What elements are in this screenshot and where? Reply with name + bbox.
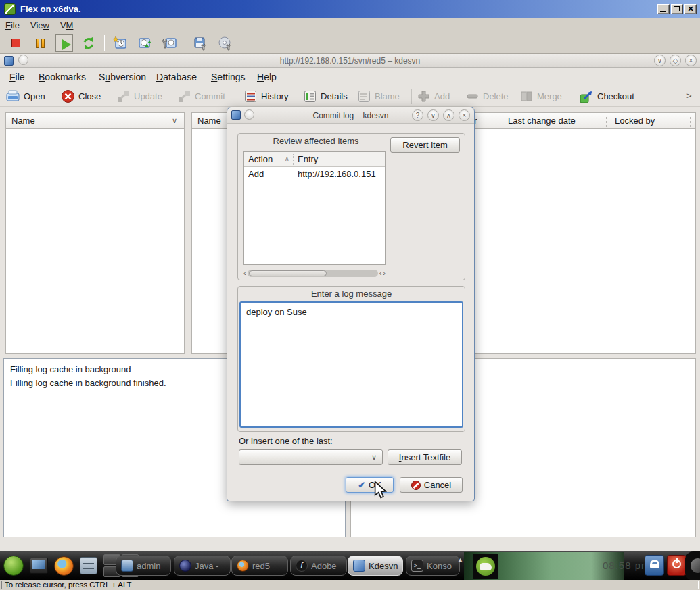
cancel-label: Cancel bbox=[424, 480, 451, 490]
delete-button[interactable]: Delete bbox=[465, 88, 509, 105]
task-admin[interactable]: admin bbox=[116, 556, 171, 576]
menu-vm[interactable]: VM bbox=[55, 19, 79, 32]
menu-file[interactable]: File bbox=[0, 19, 25, 32]
add-icon bbox=[417, 89, 431, 103]
task-adobe[interactable]: f Adobe bbox=[290, 556, 347, 576]
take-snapshot-button[interactable] bbox=[112, 34, 129, 52]
animal-widget[interactable] bbox=[473, 554, 498, 579]
maximize-icon bbox=[674, 6, 680, 11]
kdesvn-close-button[interactable]: × bbox=[685, 55, 697, 66]
window-count-badge: 2 bbox=[402, 561, 403, 570]
plasma-cashew[interactable] bbox=[685, 551, 700, 581]
checkout-button[interactable]: Checkout bbox=[579, 88, 634, 105]
power-off-icon bbox=[11, 39, 20, 47]
kdesvn-maximize-button[interactable]: ◇ bbox=[670, 55, 681, 66]
last-messages-combobox[interactable]: ∨ bbox=[239, 449, 383, 465]
menu-view[interactable]: View bbox=[25, 19, 55, 32]
menu-settings[interactable]: Settings bbox=[208, 70, 248, 84]
menu-file[interactable]: File bbox=[7, 70, 28, 84]
col-entry[interactable]: Entry bbox=[298, 154, 318, 164]
affected-table-header[interactable]: Action ∧ Entry bbox=[244, 152, 385, 167]
dialog-help-button[interactable]: ? bbox=[412, 109, 423, 121]
toolbar-separator bbox=[237, 89, 237, 104]
power-off-button[interactable] bbox=[7, 34, 24, 52]
add-button[interactable]: Add bbox=[417, 88, 450, 105]
computer-icon[interactable] bbox=[30, 558, 48, 574]
tree-panel-body[interactable] bbox=[5, 129, 185, 354]
column-divider[interactable] bbox=[498, 116, 498, 127]
green-widget-zone bbox=[464, 552, 624, 581]
column-divider[interactable] bbox=[690, 116, 691, 127]
col-action[interactable]: Action bbox=[248, 154, 273, 164]
affected-items-table[interactable]: Action ∧ Entry Add http://192.168.0.151 bbox=[243, 151, 386, 265]
column-divider[interactable] bbox=[606, 116, 607, 127]
kdesvn-minimize-button[interactable]: ∨ bbox=[654, 55, 666, 66]
table-row[interactable]: Add http://192.168.0.151 bbox=[244, 167, 385, 182]
maximize-button[interactable] bbox=[671, 4, 683, 14]
update-button[interactable]: Update bbox=[116, 88, 162, 105]
col-locked-by[interactable]: Locked by bbox=[615, 116, 655, 126]
close-button[interactable]: ✕ bbox=[684, 4, 697, 14]
task-red5[interactable]: red5 bbox=[231, 556, 288, 576]
minimize-button[interactable] bbox=[657, 4, 670, 14]
power-tray-icon[interactable] bbox=[667, 555, 686, 576]
removable-devices-button[interactable] bbox=[216, 34, 234, 52]
commit-button[interactable]: Commit bbox=[177, 88, 225, 105]
scrollbar-thumb[interactable] bbox=[249, 270, 327, 276]
dialog-minimize-button[interactable]: ∨ bbox=[427, 109, 439, 121]
log-message-textarea[interactable]: deploy on Suse bbox=[239, 301, 463, 428]
play-icon bbox=[62, 39, 71, 50]
col-last-change-date[interactable]: Last change date bbox=[508, 116, 576, 126]
close-repo-button[interactable]: Close bbox=[61, 88, 101, 105]
dialog-titlebar[interactable]: Commit log – kdesvn ? ∨ ∧ × bbox=[227, 107, 474, 124]
history-button[interactable]: History bbox=[243, 88, 288, 105]
task-java[interactable]: Java - bbox=[174, 556, 231, 576]
merge-button[interactable]: Merge bbox=[519, 88, 562, 105]
checkout-icon bbox=[579, 89, 594, 104]
file-manager-icon[interactable] bbox=[80, 557, 97, 574]
revert-item-button[interactable]: Revert item bbox=[390, 137, 460, 153]
kdesvn-titlebar[interactable]: http://192.168.0.151/svn/red5 – kdesvn ∨… bbox=[0, 54, 700, 68]
pause-button[interactable] bbox=[31, 34, 49, 52]
update-icon bbox=[116, 89, 131, 103]
task-konsole[interactable]: >_ Konso bbox=[406, 556, 460, 576]
revert-snapshot-button[interactable] bbox=[136, 34, 154, 52]
dialog-maximize-button[interactable]: ∧ bbox=[443, 109, 454, 121]
sort-ascending-icon[interactable]: ∧ bbox=[285, 155, 289, 162]
vmware-statusbar: To release cursor, press CTRL + ALT bbox=[0, 580, 700, 590]
scroll-left-icon[interactable]: ‹ bbox=[379, 269, 382, 278]
dialog-close-button[interactable]: × bbox=[459, 109, 470, 121]
menu-subversion[interactable]: Subversion bbox=[96, 70, 149, 84]
task-kdesvn[interactable]: Kdesvn 2 ▲▼ bbox=[348, 556, 403, 576]
tree-panel-header[interactable]: Name ∨ bbox=[5, 112, 185, 129]
menu-database[interactable]: Database bbox=[154, 70, 200, 84]
vm-settings-button[interactable] bbox=[192, 34, 210, 52]
scroll-left-icon[interactable]: ‹ bbox=[243, 269, 246, 278]
col-name[interactable]: Name bbox=[197, 116, 221, 126]
details-label: Details bbox=[321, 91, 348, 101]
play-button[interactable] bbox=[55, 34, 73, 52]
menu-help[interactable]: Help bbox=[254, 70, 279, 84]
chevron-down-icon[interactable]: ∨ bbox=[172, 116, 177, 125]
scrollbar-track[interactable] bbox=[248, 270, 378, 277]
menu-bookmarks[interactable]: Bookmarks bbox=[36, 70, 89, 84]
details-icon bbox=[303, 89, 317, 103]
snapshot-manager-button[interactable] bbox=[160, 34, 178, 52]
toolbar-overflow-arrow[interactable]: > bbox=[686, 91, 692, 101]
reset-button[interactable] bbox=[80, 34, 97, 52]
blame-button[interactable]: Blame bbox=[357, 88, 400, 105]
suse-launcher-icon[interactable] bbox=[3, 556, 24, 576]
details-button[interactable]: Details bbox=[303, 88, 348, 105]
cancel-button[interactable]: Cancel bbox=[400, 477, 463, 493]
scroll-right-icon[interactable]: › bbox=[383, 269, 386, 278]
blame-label: Blame bbox=[375, 91, 400, 101]
insert-textfile-button[interactable]: Insert Textfile bbox=[388, 449, 462, 465]
clock[interactable]: 08:58 pm bbox=[603, 560, 651, 571]
horizontal-scrollbar[interactable]: ‹ ‹ › bbox=[243, 269, 386, 278]
cancel-icon bbox=[411, 481, 421, 490]
open-button[interactable]: Open bbox=[5, 88, 45, 105]
klipper-tray-icon[interactable] bbox=[645, 555, 664, 576]
firefox-icon[interactable] bbox=[54, 556, 74, 576]
group-expand-icon[interactable]: ▲ bbox=[457, 556, 463, 563]
vmware-titlebar[interactable]: Flex on x6dva. ✕ bbox=[0, 0, 700, 18]
